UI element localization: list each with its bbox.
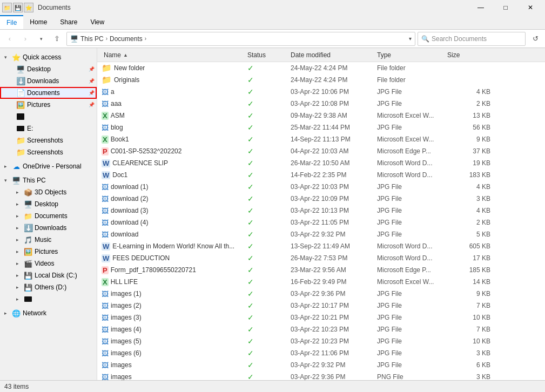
- file-icon: 🖼: [102, 349, 109, 357]
- file-type-cell: PNG File: [377, 373, 447, 380]
- tab-home[interactable]: Home: [23, 15, 53, 29]
- recent-button[interactable]: ▾: [33, 32, 49, 46]
- sidebar-item-thispc-downloads[interactable]: ▸ ⬇️ Downloads: [0, 222, 97, 234]
- col-header-date[interactable]: Date modified: [291, 51, 377, 59]
- address-path[interactable]: 🖥️ This PC › Documents › ▾: [66, 32, 415, 46]
- table-row[interactable]: W FEES DEDUCTION ✓ 26-May-22 7:53 PM Mic…: [97, 252, 545, 264]
- sidebar-item-e-drive[interactable]: E:: [0, 123, 97, 134]
- 3dobjects-label: 3D Objects: [35, 188, 66, 196]
- table-row[interactable]: 🖼 blog ✓ 25-Mar-22 11:44 PM JPG File 56 …: [97, 121, 545, 133]
- file-status-cell: ✓: [247, 289, 291, 298]
- file-icon: X: [102, 278, 109, 286]
- tab-share[interactable]: Share: [53, 15, 84, 29]
- sidebar-item-local-disk[interactable]: ▸ 💾 Local Disk (C:): [0, 269, 97, 281]
- sidebar-item-thispc-documents[interactable]: ▸ 📁 Documents: [0, 210, 97, 222]
- refresh-button[interactable]: ↺: [528, 32, 543, 46]
- file-status-cell: ✓: [247, 230, 291, 239]
- table-row[interactable]: 🖼 download ✓ 03-Apr-22 9:32 PM JPG File …: [97, 228, 545, 240]
- table-row[interactable]: 🖼 images (6) ✓ 03-Apr-22 11:06 PM JPG Fi…: [97, 347, 545, 359]
- file-date-cell: 09-May-22 9:38 AM: [291, 112, 377, 119]
- file-status-cell: ✓: [247, 373, 291, 380]
- file-name: FEES DEDUCTION: [112, 254, 170, 262]
- sidebar-item-pictures[interactable]: 🖼️ Pictures 📌: [0, 99, 97, 111]
- table-row[interactable]: W E-Learning in Modern World! Know All t…: [97, 240, 545, 252]
- path-segment-thispc[interactable]: This PC: [80, 35, 104, 43]
- file-icon: 🖼: [102, 337, 109, 346]
- table-row[interactable]: X ASM ✓ 09-May-22 9:38 AM Microsoft Exce…: [97, 110, 545, 121]
- sidebar-item-thispc-pictures[interactable]: ▸ 🖼️ Pictures: [0, 246, 97, 258]
- sidebar-item-thispc-desktop[interactable]: ▸ 🖥️ Desktop: [0, 198, 97, 210]
- table-row[interactable]: 📁 Originals ✓ 24-May-22 4:24 PM File fol…: [97, 74, 545, 86]
- table-row[interactable]: X HLL LIFE ✓ 16-Feb-22 9:49 PM Microsoft…: [97, 276, 545, 288]
- table-row[interactable]: 🖼 images (1) ✓ 03-Apr-22 9:36 PM JPG Fil…: [97, 288, 545, 300]
- file-type-cell: JPG File: [377, 314, 447, 321]
- table-row[interactable]: 🖼 download (1) ✓ 03-Apr-22 10:03 PM JPG …: [97, 181, 545, 193]
- path-segment-documents[interactable]: Documents: [110, 35, 143, 43]
- table-row[interactable]: 📁 New folder ✓ 24-May-22 4:24 PM File fo…: [97, 62, 545, 74]
- forward-button[interactable]: ›: [18, 32, 33, 46]
- file-size-cell: 7 KB: [447, 326, 490, 333]
- table-row[interactable]: 🖼 download (3) ✓ 03-Apr-22 10:13 PM JPG …: [97, 205, 545, 217]
- tab-view[interactable]: View: [84, 15, 111, 29]
- sidebar-item-screenshots-1[interactable]: 📁 Screenshots: [0, 134, 97, 146]
- table-row[interactable]: X Book1 ✓ 14-Sep-22 11:13 PM Microsoft E…: [97, 133, 545, 145]
- thispc-downloads-label: Downloads: [35, 224, 66, 232]
- file-icon: 🖼: [102, 219, 109, 227]
- minimize-button[interactable]: —: [468, 0, 493, 15]
- address-dropdown-icon[interactable]: ▾: [409, 36, 412, 42]
- table-row[interactable]: 🖼 download (2) ✓ 03-Apr-22 10:09 PM JPG …: [97, 193, 545, 205]
- col-header-type[interactable]: Type: [377, 51, 447, 59]
- file-size-cell: 3 KB: [447, 195, 490, 202]
- file-name: download (2): [111, 195, 148, 202]
- sidebar-item-network[interactable]: ▸ 🌐 Network: [0, 307, 97, 319]
- sidebar-item-3dobjects[interactable]: ▸ 📦 3D Objects: [0, 186, 97, 198]
- tab-file[interactable]: File: [0, 15, 23, 29]
- sidebar-item-music[interactable]: ▸ 🎵 Music: [0, 234, 97, 246]
- documents-label: Documents: [27, 89, 60, 97]
- file-icon: X: [102, 136, 109, 144]
- col-header-size[interactable]: Size: [447, 51, 490, 59]
- file-name-cell: 🖼 download (4): [102, 219, 247, 227]
- sidebar-item-videos[interactable]: ▸ 🎬 Videos: [0, 258, 97, 269]
- sidebar-item-black-drive-e[interactable]: ▸: [0, 293, 97, 305]
- file-name: images (2): [111, 302, 142, 309]
- sidebar-item-black-folder[interactable]: [0, 111, 97, 123]
- maximize-button[interactable]: □: [493, 0, 518, 15]
- table-row[interactable]: P Form_pdf_178096550220721 ✓ 23-Mar-22 9…: [97, 264, 545, 276]
- table-row[interactable]: 🖼 images ✓ 03-Apr-22 9:36 PM PNG File 3 …: [97, 371, 545, 380]
- up-button[interactable]: ⇧: [49, 32, 64, 46]
- table-row[interactable]: P C001-SP-52532^202202 ✓ 04-Apr-22 10:03…: [97, 145, 545, 157]
- table-row[interactable]: 🖼 images (2) ✓ 03-Apr-22 10:17 PM JPG Fi…: [97, 300, 545, 312]
- sidebar-item-quick-access[interactable]: ▾ ⭐ Quick access: [0, 51, 97, 63]
- table-row[interactable]: W CLEARENCE SLIP ✓ 26-Mar-22 10:50 AM Mi…: [97, 157, 545, 169]
- thispc-icon: 🖥️: [12, 176, 21, 185]
- file-status-cell: ✓: [247, 325, 291, 334]
- table-row[interactable]: 🖼 images (5) ✓ 03-Apr-22 10:23 PM JPG Fi…: [97, 335, 545, 347]
- table-row[interactable]: 🖼 images ✓ 03-Apr-22 9:32 PM JPG File 6 …: [97, 359, 545, 371]
- table-row[interactable]: 🖼 aaa ✓ 03-Apr-22 10:08 PM JPG File 2 KB: [97, 98, 545, 110]
- sidebar-item-downloads[interactable]: ⬇️ Downloads 📌: [0, 75, 97, 87]
- others-d-icon: 💾: [24, 283, 32, 292]
- thispc-desktop-label: Desktop: [35, 200, 58, 208]
- file-name: CLEARENCE SLIP: [112, 159, 168, 167]
- table-row[interactable]: 🖼 a ✓ 03-Apr-22 10:06 PM JPG File 4 KB: [97, 86, 545, 98]
- back-button[interactable]: ‹: [2, 32, 17, 46]
- file-name: Doc1: [112, 171, 127, 179]
- network-expand-icon: ▸: [4, 310, 10, 316]
- sidebar-item-thispc[interactable]: ▾ 🖥️ This PC: [0, 174, 97, 186]
- table-row[interactable]: 🖼 images (3) ✓ 03-Apr-22 10:21 PM JPG Fi…: [97, 312, 545, 323]
- table-row[interactable]: 🖼 download (4) ✓ 03-Apr-22 11:05 PM JPG …: [97, 217, 545, 228]
- table-row[interactable]: W Doc1 ✓ 14-Feb-22 2:35 PM Microsoft Wor…: [97, 169, 545, 181]
- sidebar-item-screenshots-2[interactable]: 📁 Screenshots: [0, 146, 97, 158]
- sidebar-item-desktop[interactable]: 🖥️ Desktop 📌: [0, 63, 97, 75]
- search-box[interactable]: 🔍 Search Documents: [418, 32, 526, 46]
- sidebar-item-documents[interactable]: 📄 Documents 📌: [0, 87, 97, 99]
- col-header-status[interactable]: Status: [247, 51, 291, 59]
- table-row[interactable]: 🖼 images (4) ✓ 03-Apr-22 10:23 PM JPG Fi…: [97, 323, 545, 335]
- file-rows: 📁 New folder ✓ 24-May-22 4:24 PM File fo…: [97, 62, 545, 380]
- close-button[interactable]: ✕: [518, 0, 543, 15]
- col-header-name[interactable]: Name ▲: [102, 51, 247, 59]
- sidebar-item-others-d[interactable]: ▸ 💾 Others (D:): [0, 281, 97, 293]
- file-status-cell: ✓: [247, 313, 291, 322]
- sidebar-item-onedrive[interactable]: ▸ ☁ OneDrive - Personal: [0, 160, 97, 172]
